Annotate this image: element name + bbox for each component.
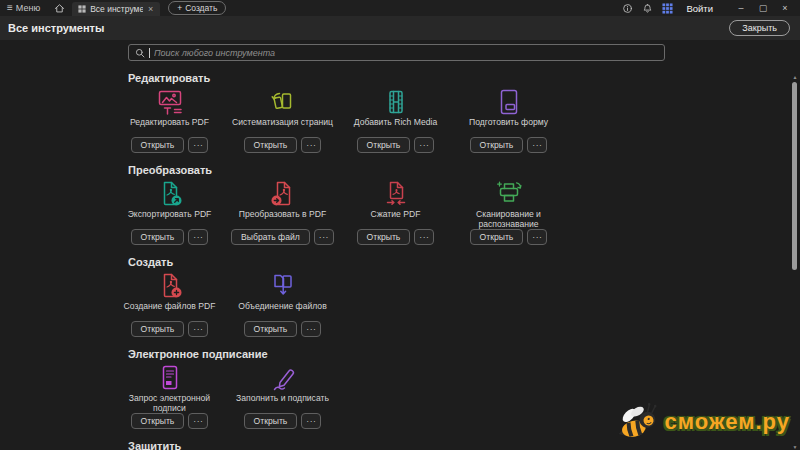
tool-more-button[interactable]: ··· xyxy=(314,229,334,245)
tool-open-button[interactable]: Открыть xyxy=(244,137,298,153)
rich-media-icon xyxy=(381,88,411,116)
section-title: Преобразовать xyxy=(128,164,780,176)
notifications-bell-icon[interactable] xyxy=(642,3,653,14)
tool-sections: Редактировать Редактировать PDFОткрыть··… xyxy=(113,72,780,450)
compress-pdf-icon xyxy=(381,180,411,208)
tool-more-button[interactable]: ··· xyxy=(301,321,321,337)
acrobat-window: ≡ Меню Все инструмен... × xyxy=(0,0,800,450)
tools-row: Экспортировать PDFОткрыть··· Преобразова… xyxy=(113,180,780,245)
tool-open-button[interactable]: Открыть xyxy=(131,229,185,245)
edit-pdf-icon xyxy=(155,88,185,116)
tool-actions: Открыть··· xyxy=(470,229,548,245)
tool-actions: Открыть··· xyxy=(131,229,209,245)
close-window-icon[interactable]: × xyxy=(774,3,796,13)
tool-label: Систематизация страниц xyxy=(228,118,337,137)
minimize-icon[interactable]: – xyxy=(730,3,752,13)
tool-more-button[interactable]: ··· xyxy=(188,229,208,245)
tab-close-icon[interactable]: × xyxy=(147,4,154,14)
scroll-up-arrow-icon[interactable]: ▲ xyxy=(791,74,799,80)
tool-card: Экспортировать PDFОткрыть··· xyxy=(113,180,226,245)
hamburger-icon: ≡ xyxy=(7,3,13,13)
export-pdf-icon xyxy=(155,180,185,208)
tool-search[interactable] xyxy=(128,44,665,61)
tool-open-button[interactable]: Открыть xyxy=(131,413,185,429)
section-2: Преобразовать Экспортировать PDFОткрыть·… xyxy=(113,164,780,245)
tool-card: Сканирование и распознаваниеОткрыть··· xyxy=(452,180,565,245)
tool-more-button[interactable]: ··· xyxy=(414,229,434,245)
home-button[interactable] xyxy=(47,0,72,16)
home-icon xyxy=(54,3,65,14)
titlebar-right: Войти – ▢ × xyxy=(622,3,800,14)
tool-card: Подготовить формуОткрыть··· xyxy=(452,88,565,153)
tool-more-button[interactable]: ··· xyxy=(188,137,208,153)
tool-actions: Открыть··· xyxy=(244,137,322,153)
tool-actions: Открыть··· xyxy=(244,321,322,337)
tool-label: Запрос электронной подписи xyxy=(113,394,226,413)
menu-button[interactable]: ≡ Меню xyxy=(0,0,47,16)
tool-more-button[interactable]: ··· xyxy=(188,321,208,337)
signin-button[interactable]: Войти xyxy=(686,3,713,14)
maximize-icon[interactable]: ▢ xyxy=(752,3,774,13)
tool-open-button[interactable]: Открыть xyxy=(131,137,185,153)
tool-actions: Открыть··· xyxy=(131,413,209,429)
tool-open-button[interactable]: Открыть xyxy=(244,413,298,429)
tool-more-button[interactable]: ··· xyxy=(301,137,321,153)
tool-label: Сканирование и распознавание xyxy=(452,210,565,229)
search-icon xyxy=(135,48,145,58)
tool-more-button[interactable]: ··· xyxy=(188,413,208,429)
tab-all-tools[interactable]: Все инструмен... × xyxy=(72,2,160,16)
watermark-text: сможем.ру xyxy=(665,409,790,435)
bee-logo-icon xyxy=(611,400,663,444)
help-icon[interactable] xyxy=(622,3,633,14)
tool-actions: Открыть··· xyxy=(244,413,322,429)
tool-card: Систематизация страницОткрыть··· xyxy=(226,88,339,153)
tool-card: Создание файлов PDFОткрыть··· xyxy=(113,272,226,337)
site-watermark: сможем.ру xyxy=(611,400,790,444)
scrollbar[interactable]: ▲ ▼ xyxy=(791,74,799,450)
menu-label: Меню xyxy=(16,3,40,13)
tab-grid-icon xyxy=(78,5,86,13)
organize-pages-icon xyxy=(268,88,298,116)
section-title: Редактировать xyxy=(128,72,780,84)
section-3: Создать Создание файлов PDFОткрыть··· Об… xyxy=(113,256,780,337)
search-input[interactable] xyxy=(154,48,658,58)
tool-card: Сжатие PDFОткрыть··· xyxy=(339,180,452,245)
combine-files-icon xyxy=(268,272,298,300)
tool-card: Объединение файловОткрыть··· xyxy=(226,272,339,337)
tool-actions: Открыть··· xyxy=(131,137,209,153)
tool-more-button[interactable]: ··· xyxy=(527,229,547,245)
tool-label: Создание файлов PDF xyxy=(120,302,220,321)
tool-open-button[interactable]: Открыть xyxy=(470,137,524,153)
tool-open-button[interactable]: Открыть xyxy=(357,229,411,245)
tab-label: Все инструмен... xyxy=(90,4,143,14)
tool-open-button[interactable]: Выбрать файл xyxy=(231,229,310,245)
tool-label: Экспортировать PDF xyxy=(124,210,216,229)
scroll-down-arrow-icon[interactable]: ▼ xyxy=(791,444,799,450)
tool-more-button[interactable]: ··· xyxy=(301,413,321,429)
create-pdf-icon xyxy=(155,272,185,300)
tool-open-button[interactable]: Открыть xyxy=(244,321,298,337)
scan-ocr-icon xyxy=(494,180,524,208)
create-button[interactable]: + Создать xyxy=(168,1,226,15)
tool-open-button[interactable]: Открыть xyxy=(357,137,411,153)
all-tools-content: Редактировать Редактировать PDFОткрыть··… xyxy=(0,40,800,450)
tool-open-button[interactable]: Открыть xyxy=(470,229,524,245)
scrollbar-thumb[interactable] xyxy=(792,82,797,270)
apps-grid-icon[interactable] xyxy=(662,3,673,14)
tool-actions: Открыть··· xyxy=(131,321,209,337)
tool-card: Добавить Rich MediaОткрыть··· xyxy=(339,88,452,153)
titlebar-left: ≡ Меню Все инструмен... × xyxy=(0,0,226,16)
tool-open-button[interactable]: Открыть xyxy=(131,321,185,337)
section-title: Электронное подписание xyxy=(128,348,780,360)
section-1: Редактировать Редактировать PDFОткрыть··… xyxy=(113,72,780,153)
tool-label: Преобразовать в PDF xyxy=(235,210,331,229)
request-signature-icon xyxy=(155,364,185,392)
tool-card: Редактировать PDFОткрыть··· xyxy=(113,88,226,153)
tool-card: Запрос электронной подписиОткрыть··· xyxy=(113,364,226,429)
tool-label: Объединение файлов xyxy=(234,302,330,321)
close-page-button[interactable]: Закрыть xyxy=(729,20,790,36)
tool-more-button[interactable]: ··· xyxy=(527,137,547,153)
tool-label: Сжатие PDF xyxy=(367,210,425,229)
tool-more-button[interactable]: ··· xyxy=(414,137,434,153)
text-caret xyxy=(149,48,150,58)
